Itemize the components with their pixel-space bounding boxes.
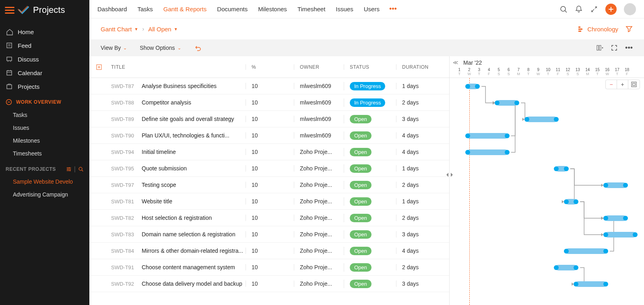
grid-body[interactable]: SWD-T87Analyse Business specificities10m… bbox=[89, 78, 449, 305]
col-title-header[interactable]: TITLE bbox=[109, 64, 246, 70]
task-title: Host selection & registration bbox=[142, 215, 246, 221]
nav-item-calendar[interactable]: Calendar bbox=[0, 66, 89, 80]
gantt-bar[interactable] bbox=[605, 232, 636, 237]
bell-icon[interactable] bbox=[575, 5, 583, 13]
nav-item-discuss[interactable]: Discuss bbox=[0, 52, 89, 66]
col-status-header[interactable]: STATUS bbox=[344, 64, 396, 70]
caret-down-icon: ⌄ bbox=[178, 45, 181, 51]
gantt-bar[interactable] bbox=[566, 248, 607, 254]
zoom-out-button[interactable]: − bbox=[606, 80, 617, 89]
hamburger-icon[interactable] bbox=[5, 5, 14, 15]
gantt-bar[interactable] bbox=[605, 215, 626, 221]
tab-milestones[interactable]: Milestones bbox=[258, 6, 287, 12]
today-line bbox=[469, 78, 470, 305]
add-button[interactable] bbox=[605, 4, 617, 15]
work-item-timesheets[interactable]: Timesheets bbox=[0, 147, 89, 160]
gantt-bar[interactable] bbox=[575, 281, 607, 287]
gantt-bar[interactable] bbox=[467, 149, 508, 155]
work-item-issues[interactable]: Issues bbox=[0, 121, 89, 134]
table-row[interactable]: SWD-T83Domain name selection & registrat… bbox=[89, 226, 449, 243]
work-overview-header[interactable]: WORK OVERVIEW bbox=[0, 93, 89, 108]
fullscreen-icon[interactable] bbox=[611, 44, 618, 51]
gantt-bar[interactable] bbox=[496, 100, 518, 106]
tab-dashboard[interactable]: Dashboard bbox=[97, 6, 127, 12]
table-row[interactable]: SWD-T84Mirrors & other domain-related re… bbox=[89, 243, 449, 259]
work-item-tasks[interactable]: Tasks bbox=[0, 108, 89, 121]
gantt-bar[interactable] bbox=[566, 199, 577, 205]
status-badge: Open bbox=[350, 214, 372, 222]
nav-item-home[interactable]: Home bbox=[0, 25, 89, 39]
filter-dropdown[interactable]: All Open ▼ bbox=[148, 26, 178, 33]
table-row[interactable]: SWD-T88Competitor analysis10mlweslm609In… bbox=[89, 94, 449, 111]
search-icon[interactable] bbox=[559, 5, 568, 13]
undo-icon[interactable] bbox=[194, 44, 201, 51]
table-row[interactable]: SWD-T97Testing scope10Zoho Proje...Open2… bbox=[89, 177, 449, 193]
gantt-bar[interactable] bbox=[526, 117, 557, 122]
more-tabs-icon[interactable]: ••• bbox=[389, 5, 397, 13]
collapse-cols-icon[interactable] bbox=[596, 44, 603, 51]
search-small-icon[interactable] bbox=[78, 166, 84, 172]
sidebar-header: Projects bbox=[0, 0, 89, 20]
nav-item-projects[interactable]: Projects bbox=[0, 80, 89, 93]
table-row[interactable]: SWD-T95Quote submission10Zoho Proje...Op… bbox=[89, 160, 449, 177]
gantt-bar[interactable] bbox=[467, 133, 508, 139]
task-duration: 3 days bbox=[396, 231, 444, 237]
content-area: TITLE % OWNER STATUS DURATION SWD-T87Ana… bbox=[89, 56, 644, 305]
task-owner: Zoho Proje... bbox=[294, 165, 344, 172]
task-duration: 2 days bbox=[396, 182, 444, 188]
gantt-bar[interactable] bbox=[467, 84, 479, 89]
gantt-bar[interactable] bbox=[555, 265, 577, 270]
recent-project[interactable]: Advertising Campaign bbox=[0, 188, 89, 201]
gantt-day: 4F bbox=[484, 68, 494, 76]
table-row[interactable]: SWD-T81Website title10Zoho Proje...Open1… bbox=[89, 193, 449, 210]
status-badge: Open bbox=[350, 148, 372, 156]
task-id: SWD-T91 bbox=[111, 264, 140, 270]
tools-icon[interactable] bbox=[590, 5, 598, 13]
tab-gantt-reports[interactable]: Gantt & Reports bbox=[163, 6, 207, 12]
gantt-day: 8T bbox=[524, 68, 534, 76]
table-row[interactable]: SWD-T82Host selection & registration10Zo… bbox=[89, 210, 449, 226]
col-duration-header[interactable]: DURATION bbox=[396, 64, 444, 70]
tab-timesheet[interactable]: Timesheet bbox=[297, 6, 325, 12]
svg-rect-24 bbox=[632, 82, 636, 87]
sliders-icon[interactable] bbox=[66, 166, 72, 172]
fit-button[interactable] bbox=[628, 80, 640, 89]
filter-icon[interactable] bbox=[625, 25, 633, 33]
gantt-bar[interactable] bbox=[555, 166, 567, 172]
task-owner: mlweslm609 bbox=[294, 99, 344, 106]
col-owner-header[interactable]: OWNER bbox=[294, 64, 344, 70]
col-pct-header[interactable]: % bbox=[246, 64, 294, 70]
task-duration: 3 days bbox=[396, 116, 444, 122]
expand-all-icon[interactable] bbox=[96, 64, 102, 70]
gantt-body[interactable]: − + bbox=[450, 78, 644, 305]
zoom-in-button[interactable]: + bbox=[617, 80, 628, 89]
more-options-icon[interactable]: ••• bbox=[625, 44, 633, 52]
table-row[interactable]: SWD-T91Choose content management system1… bbox=[89, 259, 449, 276]
tab-issues[interactable]: Issues bbox=[336, 6, 353, 12]
tab-documents[interactable]: Documents bbox=[217, 6, 248, 12]
show-options-dropdown[interactable]: Show Options ⌄ bbox=[140, 45, 181, 51]
table-row[interactable]: SWD-T89Define site goals and overall str… bbox=[89, 111, 449, 127]
table-row[interactable]: SWD-T92Choose data delivery model and ba… bbox=[89, 276, 449, 292]
recent-project[interactable]: Sample Website Develo bbox=[0, 175, 89, 188]
table-row[interactable]: SWD-T94Initial timeline10Zoho Proje...Op… bbox=[89, 144, 449, 160]
nav-icon bbox=[6, 42, 13, 49]
gantt-day: 15T bbox=[592, 68, 603, 76]
table-row[interactable]: SWD-T90Plan UX/UI, technologies & functi… bbox=[89, 127, 449, 144]
nav-item-feed[interactable]: Feed bbox=[0, 39, 89, 52]
avatar[interactable] bbox=[624, 3, 636, 15]
gantt-bar[interactable] bbox=[605, 182, 626, 188]
view-by-dropdown[interactable]: View By ⌄ bbox=[101, 45, 127, 51]
work-item-milestones[interactable]: Milestones bbox=[0, 134, 89, 147]
gantt-type-dropdown[interactable]: Gantt Chart ▼ bbox=[101, 26, 138, 33]
table-row[interactable]: SWD-T87Analyse Business specificities10m… bbox=[89, 78, 449, 94]
task-pct: 10 bbox=[246, 132, 294, 139]
chronology-button[interactable]: Chronology bbox=[578, 25, 618, 33]
status-badge: Open bbox=[350, 164, 372, 173]
tab-users[interactable]: Users bbox=[364, 6, 380, 12]
task-duration: 1 days bbox=[396, 83, 444, 89]
gantt-header: ≪ Mar '22 1T2W3T4F5S6S7M8T9W10T11F12S13S… bbox=[450, 56, 644, 78]
svg-rect-25 bbox=[633, 83, 635, 86]
tab-tasks[interactable]: Tasks bbox=[137, 6, 153, 12]
gantt-prev-icon[interactable]: ≪ bbox=[453, 59, 458, 66]
